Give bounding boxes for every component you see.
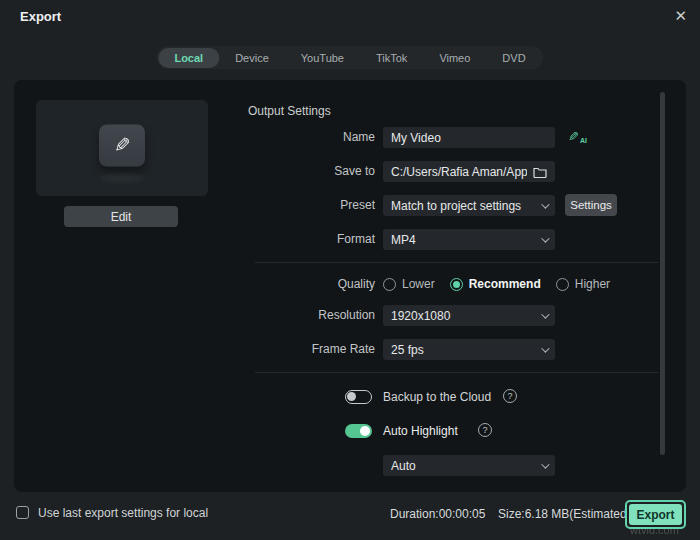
preset-dropdown[interactable]: Match to project settings — [383, 195, 555, 216]
help-icon[interactable]: ? — [478, 423, 492, 437]
thumbnail-reflection — [100, 174, 144, 182]
chevron-down-icon — [541, 344, 549, 352]
export-button[interactable]: Export — [629, 504, 682, 525]
ai-sub-label: AI — [580, 137, 587, 144]
preset-label: Preset — [235, 195, 375, 216]
auto-highlight-toggle[interactable] — [345, 424, 372, 438]
save-to-field[interactable]: C:/Users/Rafia Aman/AppData — [383, 161, 555, 182]
vertical-scrollbar[interactable] — [660, 92, 665, 455]
folder-browse-icon[interactable] — [533, 166, 547, 178]
tab-device[interactable]: Device — [219, 48, 285, 68]
edit-button[interactable]: Edit — [64, 206, 178, 227]
chevron-down-icon — [541, 460, 549, 468]
chevron-down-icon — [541, 234, 549, 242]
window-title: Export — [20, 9, 61, 24]
frame-rate-value: 25 fps — [391, 343, 535, 357]
quality-radio-group: Lower Recommend Higher — [383, 277, 610, 291]
tab-dvd[interactable]: DVD — [486, 48, 541, 68]
radio-recommend[interactable]: Recommend — [450, 277, 541, 291]
close-icon[interactable]: ✕ — [674, 6, 687, 26]
resolution-value: 1920x1080 — [391, 309, 535, 323]
format-dropdown[interactable]: MP4 — [383, 229, 555, 250]
duration-text: Duration:00:00:05 — [390, 507, 485, 521]
divider — [255, 372, 658, 373]
use-last-settings-label: Use last export settings for local — [38, 506, 208, 520]
format-label: Format — [235, 229, 375, 250]
radio-label: Recommend — [469, 277, 541, 291]
settings-button[interactable]: Settings — [565, 194, 617, 216]
help-icon[interactable]: ? — [503, 389, 517, 403]
ai-pencil-glyph: ✎ — [568, 129, 579, 144]
chevron-down-icon — [541, 310, 549, 318]
resolution-dropdown[interactable]: 1920x1080 — [383, 305, 555, 326]
frame-rate-dropdown[interactable]: 25 fps — [383, 339, 555, 360]
radio-lower[interactable]: Lower — [383, 277, 435, 291]
tab-youtube[interactable]: YouTube — [285, 48, 360, 68]
export-tabs: Local Device YouTube TikTok Vimeo DVD — [156, 46, 543, 69]
radio-label: Lower — [402, 277, 435, 291]
auto-highlight-label: Auto Highlight — [383, 424, 458, 438]
save-to-path: C:/Users/Rafia Aman/AppData — [391, 165, 527, 179]
format-value: MP4 — [391, 233, 535, 247]
toggle-knob — [347, 392, 356, 401]
frame-rate-label: Frame Rate — [235, 339, 375, 360]
tab-local[interactable]: Local — [158, 48, 219, 68]
toggle-knob — [360, 426, 370, 436]
tab-vimeo[interactable]: Vimeo — [423, 48, 486, 68]
preset-value: Match to project settings — [391, 199, 535, 213]
radio-circle — [383, 278, 396, 291]
chevron-down-icon — [541, 200, 549, 208]
ai-rename-icon[interactable]: ✎AI — [568, 129, 587, 144]
backup-cloud-label: Backup to the Cloud — [383, 390, 491, 404]
save-to-label: Save to — [235, 161, 375, 182]
radio-circle — [556, 278, 569, 291]
name-input[interactable] — [383, 127, 555, 148]
divider — [255, 262, 658, 263]
video-preview-thumbnail[interactable]: ✎ — [36, 100, 208, 196]
radio-circle — [450, 278, 463, 291]
export-settings-panel: ✎ Edit Output Settings Name ✎AI Save to … — [14, 80, 686, 492]
export-button-focus-ring: Export — [625, 500, 686, 529]
highlight-mode-dropdown[interactable]: Auto — [383, 455, 555, 476]
pencil-icon: ✎ — [114, 133, 131, 157]
footer-bar: Use last export settings for local Durat… — [0, 497, 700, 540]
size-text: Size:6.18 MB(Estimated) — [498, 507, 631, 521]
title-bar: Export ✕ — [0, 0, 700, 36]
quality-label: Quality — [235, 274, 375, 295]
resolution-label: Resolution — [235, 305, 375, 326]
name-label: Name — [235, 127, 375, 148]
backup-cloud-toggle[interactable] — [345, 390, 372, 404]
radio-label: Higher — [575, 277, 610, 291]
preview-placeholder: ✎ — [99, 124, 145, 166]
section-title-output-settings: Output Settings — [248, 104, 331, 118]
highlight-mode-value: Auto — [391, 459, 535, 473]
tab-tiktok[interactable]: TikTok — [360, 48, 423, 68]
use-last-settings-checkbox[interactable] — [16, 506, 29, 519]
radio-higher[interactable]: Higher — [556, 277, 610, 291]
